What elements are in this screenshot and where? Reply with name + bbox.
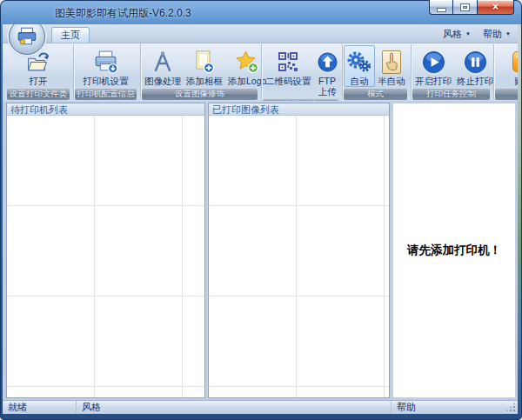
style-menu-label: 风格 bbox=[443, 28, 462, 41]
maximize-button[interactable] bbox=[453, 0, 478, 15]
ribbon-group-image-decor: 图像处理 添加相框 bbox=[140, 44, 258, 99]
semi-auto-hand-icon bbox=[382, 48, 401, 76]
window-title: 图美即影即有试用版-V6.2.0.3 bbox=[55, 6, 191, 21]
buy-cart-icon bbox=[512, 48, 518, 76]
auto-mode-label: 自动 bbox=[351, 76, 369, 86]
content-area: 待打印机列表 已打印图像列表 请先添加打印机！ bbox=[3, 101, 518, 400]
ftp-upload-icon bbox=[317, 48, 338, 76]
titlebar[interactable]: 图美即影即有试用版-V6.2.0.3 × bbox=[0, 0, 522, 24]
preview-panel[interactable]: 请先添加打印机！ bbox=[392, 103, 516, 398]
printer-queue-list[interactable] bbox=[7, 116, 204, 397]
semi-auto-mode-label: 半自动 bbox=[378, 76, 405, 86]
add-frame-label: 添加相框 bbox=[186, 76, 223, 86]
ribbon-group-mode: 自动 半自动 模式 bbox=[342, 44, 408, 99]
printed-images-panel: 已打印图像列表 bbox=[208, 103, 390, 398]
qrcode-icon bbox=[278, 48, 298, 76]
ribbon-group-related-info: 购买 ? 帮助 相关信息 bbox=[493, 44, 518, 99]
minimize-icon bbox=[438, 9, 445, 11]
ribbon-group-printer-config: 打印机设置 打印机配置信息 bbox=[73, 44, 137, 99]
tab-home[interactable]: 主页 bbox=[51, 27, 90, 43]
chevron-down-icon: ▼ bbox=[505, 31, 511, 37]
image-process-button[interactable]: 图像处理 bbox=[142, 45, 184, 87]
add-frame-icon bbox=[193, 48, 216, 76]
ribbon-group-label: 打印任务控制 bbox=[412, 89, 490, 100]
minimize-button[interactable] bbox=[429, 0, 453, 15]
ftp-upload-label: FTP上传 bbox=[317, 76, 338, 97]
printer-orb-icon bbox=[17, 27, 37, 46]
auto-mode-button[interactable]: 自动 bbox=[344, 45, 375, 87]
auto-gears-icon bbox=[346, 48, 372, 76]
status-help-pane[interactable]: 帮助 bbox=[391, 401, 518, 414]
preview-message: 请先添加打印机！ bbox=[407, 243, 501, 258]
open-button-label: 打开 bbox=[30, 76, 48, 86]
start-print-icon bbox=[421, 48, 446, 76]
add-frame-button[interactable]: 添加相框 bbox=[184, 45, 225, 87]
start-print-button[interactable]: 开启打印 bbox=[412, 45, 454, 87]
stop-print-icon bbox=[463, 48, 488, 76]
printer-queue-header: 待打印机列表 bbox=[7, 103, 204, 116]
printer-settings-icon bbox=[92, 48, 119, 76]
image-edit-icon bbox=[151, 48, 175, 76]
window-right-border bbox=[518, 24, 521, 414]
image-process-label: 图像处理 bbox=[144, 76, 181, 86]
chevron-down-icon: ▼ bbox=[465, 31, 471, 37]
qrcode-settings-button[interactable]: 二维码设置 bbox=[263, 45, 314, 97]
printer-queue-panel: 待打印机列表 bbox=[6, 103, 205, 398]
ribbon-group-label: 模式 bbox=[344, 89, 407, 100]
ribbon-group-label: 打印机配置信息 bbox=[75, 89, 137, 100]
buy-button[interactable]: 购买 bbox=[510, 45, 518, 87]
window-controls: × bbox=[429, 0, 514, 15]
ribbon-group-print-task: 开启打印 终止打印 打印任务 bbox=[411, 44, 491, 99]
ribbon-group-label: 设置打印文件类 bbox=[7, 89, 70, 100]
status-ready: 就绪 bbox=[3, 401, 76, 414]
printer-settings-button[interactable]: 打印机设置 bbox=[80, 45, 131, 87]
add-logo-icon bbox=[235, 48, 259, 76]
ftp-upload-button[interactable]: FTP上传 bbox=[314, 45, 341, 97]
help-menu[interactable]: 帮助 ▼ bbox=[483, 28, 511, 41]
qrcode-settings-label: 二维码设置 bbox=[265, 76, 311, 86]
stop-print-label: 终止打印 bbox=[457, 76, 493, 86]
close-button[interactable]: × bbox=[478, 0, 514, 15]
ribbon-toolbar: 打开 设置打印文件类 bbox=[3, 43, 518, 101]
app-window: 图美即影即有试用版-V6.2.0.3 × 主页 风格 ▼ bbox=[0, 0, 522, 420]
close-icon: × bbox=[492, 2, 499, 12]
help-menu-label: 帮助 bbox=[483, 28, 502, 41]
ribbon-group-open-file: 打开 设置打印文件类 bbox=[6, 44, 70, 99]
ribbon-group-label: 相关信息 bbox=[495, 89, 518, 100]
right-menus: 风格 ▼ 帮助 ▼ bbox=[443, 24, 511, 43]
start-print-label: 开启打印 bbox=[415, 76, 452, 86]
style-menu[interactable]: 风格 ▼ bbox=[443, 28, 471, 41]
menu-row: 主页 风格 ▼ 帮助 ▼ bbox=[3, 24, 518, 43]
stop-print-button[interactable]: 终止打印 bbox=[454, 45, 496, 87]
printed-images-header: 已打印图像列表 bbox=[209, 103, 389, 116]
printed-images-list[interactable] bbox=[209, 116, 389, 397]
maximize-icon bbox=[461, 4, 469, 10]
ribbon-group-label: 设置图像修饰 bbox=[142, 89, 258, 100]
buy-label: 购买 bbox=[514, 76, 518, 86]
ribbon-group-scan-download: 二维码设置 FTP上传 扫描下载 bbox=[261, 44, 339, 99]
semi-auto-mode-button[interactable]: 半自动 bbox=[375, 45, 408, 87]
status-bar: 就绪 风格 帮助 bbox=[3, 400, 518, 414]
client-area: 主页 风格 ▼ 帮助 ▼ bbox=[3, 24, 518, 414]
status-style-pane[interactable]: 风格 bbox=[76, 401, 391, 414]
printer-settings-label: 打印机设置 bbox=[83, 76, 129, 86]
